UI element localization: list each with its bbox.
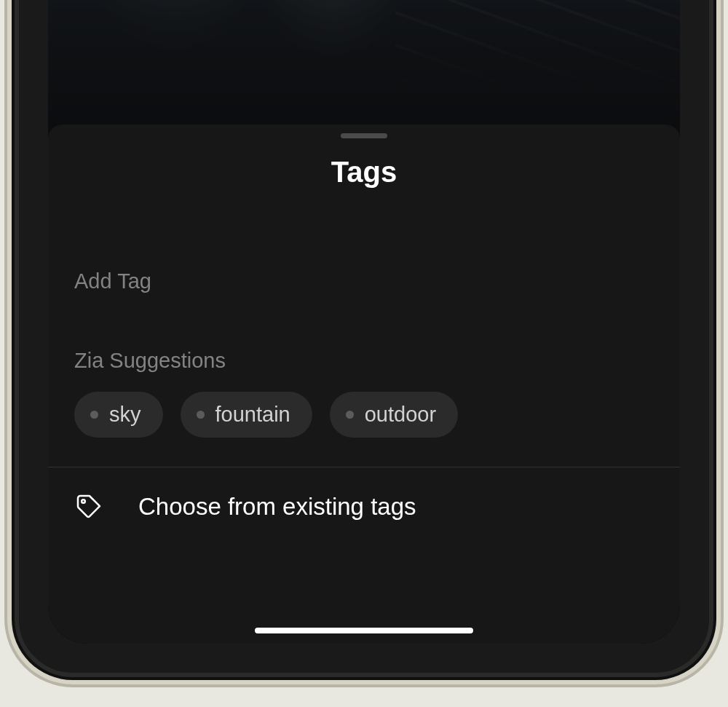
tags-sheet: Tags Add Tag Zia Suggestions sky fountai… xyxy=(48,125,680,644)
suggestion-chips-row: sky fountain outdoor xyxy=(74,392,680,438)
choose-existing-tags-button[interactable]: Choose from existing tags xyxy=(48,467,680,546)
screen: Tags Add Tag Zia Suggestions sky fountai… xyxy=(48,0,680,644)
suggestions-label: Zia Suggestions xyxy=(74,349,680,373)
chip-dot-icon xyxy=(346,411,354,419)
suggestion-chip-fountain[interactable]: fountain xyxy=(181,392,312,438)
suggestion-chip-outdoor[interactable]: outdoor xyxy=(330,392,458,438)
chip-label: outdoor xyxy=(365,403,436,427)
chip-label: fountain xyxy=(215,403,290,427)
device-frame: Tags Add Tag Zia Suggestions sky fountai… xyxy=(15,0,713,677)
home-indicator[interactable] xyxy=(255,628,473,633)
choose-existing-label: Choose from existing tags xyxy=(138,493,416,521)
chip-label: sky xyxy=(109,403,141,427)
tag-icon xyxy=(74,492,103,521)
sheet-grabber[interactable] xyxy=(341,133,387,138)
svg-point-0 xyxy=(82,499,85,503)
chip-dot-icon xyxy=(90,411,98,419)
suggestion-chip-sky[interactable]: sky xyxy=(74,392,163,438)
add-tag-input[interactable] xyxy=(74,263,654,299)
chip-dot-icon xyxy=(197,411,205,419)
sheet-title: Tags xyxy=(48,156,680,189)
